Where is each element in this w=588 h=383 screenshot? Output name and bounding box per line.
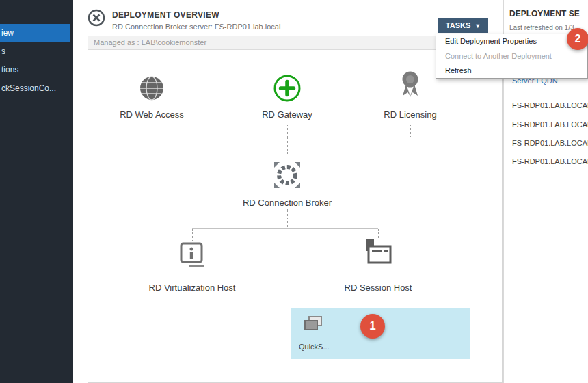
connector-line <box>378 229 379 238</box>
annotation-badge-1: 1 <box>360 314 385 339</box>
rd-gateway-icon[interactable] <box>271 72 303 107</box>
connector-line <box>152 137 410 137</box>
connector-line <box>192 229 193 241</box>
rd-session-host-icon[interactable] <box>361 238 395 275</box>
connector-line <box>287 137 288 155</box>
annotation-badge-2: 2 <box>567 28 588 50</box>
connector-line <box>287 209 288 228</box>
deployment-overview-icon <box>87 8 106 27</box>
tasks-button-label: TASKS <box>446 21 470 29</box>
menu-item-refresh[interactable]: Refresh <box>436 64 587 78</box>
connector-line <box>152 125 152 137</box>
page-title: DEPLOYMENT OVERVIEW <box>112 10 219 20</box>
nav-sidebar: iew s tions ckSessionCo... <box>0 0 73 383</box>
tasks-dropdown-menu: Edit Deployment Properties Connect to An… <box>436 34 588 79</box>
sidebar-item-quicksessioncollection[interactable]: ckSessionCo... <box>0 79 73 98</box>
rd-licensing-label: RD Licensing <box>376 109 444 120</box>
tasks-button[interactable]: TASKS▼ <box>438 18 488 33</box>
rd-web-access-icon[interactable] <box>134 70 170 109</box>
sidebar-item-servers[interactable]: s <box>0 42 73 61</box>
right-panel-title: DEPLOYMENT SE <box>509 9 580 18</box>
chevron-down-icon: ▼ <box>475 23 481 29</box>
connector-line <box>192 228 378 229</box>
collection-label: QuickS... <box>299 343 330 351</box>
server-row[interactable]: FS-RDP01.LAB.LOCAL <box>512 157 588 166</box>
sidebar-item-overview[interactable]: iew <box>0 24 70 42</box>
collection-icon <box>302 314 325 340</box>
page-subtitle: RD Connection Broker server: FS-RDP01.la… <box>112 23 280 31</box>
rd-session-host-label: RD Session Host <box>327 282 429 293</box>
connector-line <box>287 125 288 137</box>
rd-virtualization-host-label: RD Virtualization Host <box>131 282 254 293</box>
rd-connection-broker-icon[interactable] <box>268 156 306 197</box>
menu-item-edit-deployment-properties[interactable]: Edit Deployment Properties <box>436 34 587 49</box>
server-row[interactable]: FS-RDP01.LAB.LOCAL <box>512 101 588 109</box>
rd-web-access-label: RD Web Access <box>101 109 203 120</box>
rd-gateway-label: RD Gateway <box>253 109 321 120</box>
right-panel-refresh-timestamp: Last refreshed on 1/3 <box>509 24 574 31</box>
menu-item-connect-to-another-deployment: Connect to Another Deployment <box>436 49 587 64</box>
rd-connection-broker-label: RD Connection Broker <box>232 198 342 208</box>
rd-licensing-icon[interactable] <box>394 68 427 103</box>
nav-items: iew s tions ckSessionCo... <box>0 0 73 98</box>
connector-line <box>410 125 411 137</box>
server-row[interactable]: FS-RDP01.LAB.LOCAL <box>512 139 588 147</box>
server-row[interactable]: FS-RDP01.LAB.LOCAL <box>512 120 588 129</box>
rd-virtualization-host-icon[interactable] <box>177 241 207 274</box>
sidebar-item-collections[interactable]: tions <box>0 61 73 79</box>
